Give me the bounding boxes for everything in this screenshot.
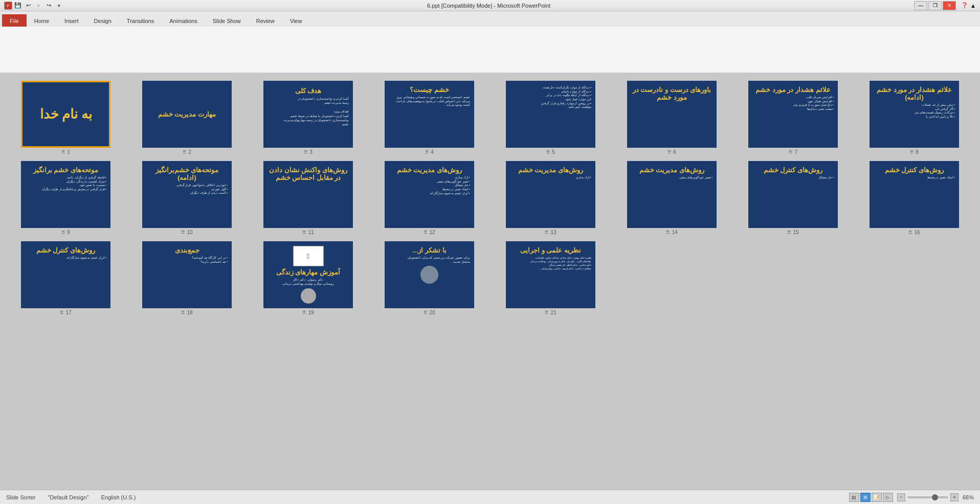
slide-item-6[interactable]: باورهای درست و نادرست در مورد خشم ☰ 6 [614,81,729,155]
slide-thumb-16[interactable]: روش‌های کنترل خشم • ایجاد تغییر در محیط [870,161,959,228]
tab-animations[interactable]: Animations [162,14,205,27]
zoom-thumb[interactable] [932,494,938,500]
slide-thumb-9[interactable]: موتحه‌های خشم برانگیز • فاصله گرفتن از د… [21,161,110,228]
slide-thumb-6[interactable]: باورهای درست و نادرست در مورد خشم [627,81,717,148]
slide-icon-12: ☰ [424,230,427,235]
slide-icon-3: ☰ [304,150,307,154]
restore-button[interactable]: ❐ [928,1,942,10]
redo-button[interactable]: ↪ [44,1,53,10]
slide6-title: باورهای درست و نادرست در مورد خشم [631,86,712,101]
tab-transitions[interactable]: Transitions [119,14,162,27]
close-button[interactable]: ✕ [943,1,956,10]
zoom-in-button[interactable]: + [950,493,959,501]
slide-item-9[interactable]: موتحه‌های خشم برانگیز • فاصله گرفتن از د… [8,161,123,235]
slide-thumb-2[interactable]: مهارت مدیریت خشم [142,81,232,148]
tab-file[interactable]: File [2,14,27,27]
slide-item-3[interactable]: هدف کلی آشنا کردن و توانمندسازی دانشجویا… [251,81,366,155]
slide-item-13[interactable]: روش‌های مدیریت خشم • آزاد سازی ☰ 13 [493,161,608,235]
save-button[interactable]: 💾 [13,1,23,10]
slide-thumb-20[interactable]: با تشکر از... برای حضور، شرکت و زحمتی که… [385,241,474,308]
undo-button[interactable]: ↩ [24,1,33,10]
slide17-text: • ابراز خشم به شیوه سازگارانه [25,256,106,260]
slide-icon-15: ☰ [787,230,791,235]
slide3-subtitle: آشنا کردن و توانمندسازی دانشجویان درزمین… [268,97,349,127]
slide-number-8: ☰ 8 [910,149,919,155]
tab-design[interactable]: Design [86,14,119,27]
slide-item-21[interactable]: نظریه علمی و اجرایی نظریه خانم یوتچر، خا… [493,241,608,315]
slide-icon-14: ☰ [666,230,670,235]
app-icon: P [4,2,12,10]
slide-number-6: ☰ 6 [667,149,676,155]
slide-thumb-21[interactable]: نظریه علمی و اجرایی نظریه خانم یوتچر، خا… [506,241,595,308]
slide-item-19[interactable]: 𖤘 آموزش مهارهای زندگی دکتر رسولی - دکتر … [251,241,366,315]
slide-thumb-5[interactable]: • دیدگاه از موارد نگران‌کننده حل‌نشده • … [506,81,595,148]
normal-view-button[interactable]: ▤ [849,493,859,502]
slide-thumb-13[interactable]: روش‌های مدیریت خشم • آزاد سازی [506,161,595,228]
slide-thumb-1[interactable]: به نام خدا [21,81,110,148]
slide1-title: به نام خدا [40,106,92,122]
slide-item-12[interactable]: روش‌های مدیریت خشم • آزاد سازی • تغییر خ… [372,161,487,235]
slide-thumb-14[interactable]: روش‌های مدیریت خشم • تغییر خودگویی‌های م… [627,161,717,228]
slide-item-20[interactable]: با تشکر از... برای حضور، شرکت و زحمتی که… [372,241,487,315]
slide20-title: با تشکر از... [412,246,446,254]
slide-item-2[interactable]: مهارت مدیریت خشم ☰ 2 [129,81,244,155]
slide-thumb-18[interactable]: جمع‌بندی • در این کارگاه چه آموختید؟ • چ… [142,241,232,308]
slide-number-10: ☰ 10 [181,230,192,235]
slide-thumb-17[interactable]: روش‌های کنترل خشم • ابراز خشم به شیوه سا… [21,241,110,308]
tab-review[interactable]: Review [249,14,282,27]
slide9-title: موتحه‌های خشم برانگیز [33,166,98,174]
tab-view[interactable]: View [282,14,310,27]
quick-access-toolbar: P 💾 ↩ ▾ ↪ ▾ [4,1,63,10]
slide-number-9: ☰ 9 [61,230,70,235]
slide-sorter-panel[interactable]: به نام خدا ☰ 1 مهارت مدیریت خشم ☰ 2 [0,73,980,490]
slide-thumb-7[interactable]: علائم هشدار در مورد خشم • افزایش ضربان ق… [748,81,838,148]
notes-view-button[interactable]: 📝 [872,493,882,502]
slide-icon-16: ☰ [908,230,912,235]
slide-item-1[interactable]: به نام خدا ☰ 1 [8,81,123,155]
slide-item-14[interactable]: روش‌های مدیریت خشم • تغییر خودگویی‌های م… [614,161,729,235]
design-name: "Default Design" [48,494,88,500]
ribbon: File Home Insert Design Transitions Anim… [0,11,980,73]
tab-slideshow[interactable]: Slide Show [205,14,249,27]
slide-icon-5: ☰ [546,150,550,154]
ribbon-collapse-icon[interactable]: ▲ [970,3,976,9]
slide-number-7: ☰ 7 [789,149,797,155]
slide-thumb-11[interactable]: روش‌های واکنش نشان دادن در مقابل احساس خ… [263,161,353,228]
slide-thumb-3[interactable]: هدف کلی آشنا کردن و توانمندسازی دانشجویا… [263,81,353,148]
slide14-text: • تغییر خودگویی‌های منفی [631,176,712,180]
zoom-out-button[interactable]: − [897,493,905,501]
slide-item-5[interactable]: • دیدگاه از موارد نگران‌کننده حل‌نشده • … [493,81,608,155]
slide-item-16[interactable]: روش‌های کنترل خشم • ایجاد تغییر در محیط … [857,161,972,235]
slide-item-11[interactable]: روش‌های واکنش نشان دادن در مقابل احساس خ… [251,161,366,235]
slide-thumb-4[interactable]: خشم چیست؟ خشم احساسی است که به صورت جسما… [385,81,474,148]
slide18-text: • در این کارگاه چه آموختید؟ • چه احساسی … [146,256,228,264]
undo-arrow-icon: ▾ [34,1,43,10]
slide-item-18[interactable]: جمع‌بندی • در این کارگاه چه آموختید؟ • چ… [129,241,244,315]
tab-insert[interactable]: Insert [57,14,86,27]
slide-item-15[interactable]: روش‌های کنترل خشم • حل مشکل ☰ 15 [736,161,851,235]
view-name: Slide Sorter [6,494,35,500]
slide-thumb-8[interactable]: علائم هشدار در مورد خشم (ادامه) • تنش بی… [870,81,959,148]
slide7-title: علائم هشدار در مورد خشم [755,86,830,94]
slide9-text: • فاصله گرفتن از دیگران، ثانیه، • سرک کش… [25,176,106,192]
slide-thumb-12[interactable]: روش‌های مدیریت خشم • آزاد سازی • تغییر خ… [385,161,474,228]
slides-grid: به نام خدا ☰ 1 مهارت مدیریت خشم ☰ 2 [8,81,972,315]
slide-thumb-19[interactable]: 𖤘 آموزش مهارهای زندگی دکتر رسولی - دکتر … [263,241,353,308]
slide-item-10[interactable]: موتحه‌های خشم‌برانگیز (ادامه) • خودزنی ا… [129,161,244,235]
minimize-button[interactable]: — [914,1,927,10]
slide17-title: روش‌های کنترل خشم [36,246,95,254]
slide-item-7[interactable]: علائم هشدار در مورد خشم • افزایش ضربان ق… [736,81,851,155]
slide-item-8[interactable]: علائم هشدار در مورد خشم (ادامه) • تنش بی… [857,81,972,155]
slide-thumb-15[interactable]: روش‌های کنترل خشم • حل مشکل [748,161,838,228]
slide-thumb-10[interactable]: موتحه‌های خشم‌برانگیز (ادامه) • خودزنی ا… [142,161,232,228]
zoom-slider[interactable] [907,496,948,498]
status-bar: Slide Sorter "Default Design" English (U… [0,490,980,504]
slide-item-4[interactable]: خشم چیست؟ خشم احساسی است که به صورت جسما… [372,81,487,155]
slide-number-15: ☰ 15 [787,230,798,235]
slide-item-17[interactable]: روش‌های کنترل خشم • ابراز خشم به شیوه سا… [8,241,123,315]
reading-view-button[interactable]: ▷ [883,493,893,502]
tab-home[interactable]: Home [27,14,57,27]
slide-sorter-button[interactable]: ⊞ [860,493,871,502]
slide-icon-4: ☰ [425,150,429,154]
customize-qat-button[interactable]: ▾ [54,1,63,10]
